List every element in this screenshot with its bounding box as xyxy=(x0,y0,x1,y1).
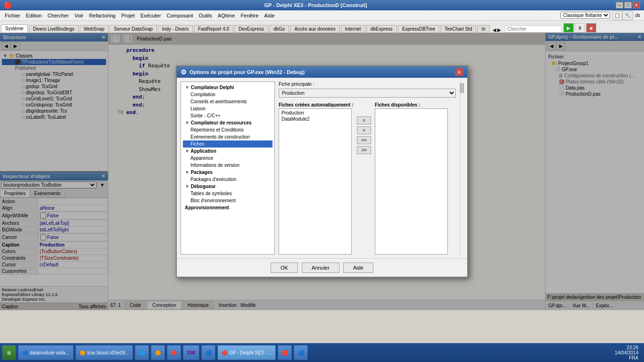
taskbar-label-2: true.blood.s05e09... xyxy=(87,350,129,355)
taskbar-item-datamodule[interactable]: 🔵 datamodule viola... xyxy=(18,345,74,360)
dialog-tree-fiches[interactable]: Fiches xyxy=(183,140,272,148)
search-input[interactable] xyxy=(505,25,561,33)
taskbar-item-red[interactable]: 🔴 xyxy=(167,345,181,360)
dialog-tree-liaison[interactable]: Liaison xyxy=(183,105,272,112)
clock-lang: FRA xyxy=(615,355,638,361)
main-form-dropdown[interactable]: Production xyxy=(279,89,456,98)
component-tab-bar: Système Divers LiveBindings WebSnap Serv… xyxy=(0,21,644,33)
dialog-tree-packages-execution[interactable]: Packages d'exécution xyxy=(183,176,272,183)
taskbar-item-chrome[interactable]: 🌐 xyxy=(135,345,149,360)
dialog-tree-repertoires[interactable]: Répertoires et Conditions xyxy=(183,126,272,133)
dialog-arrows: < > << >> xyxy=(357,102,371,154)
tab-datasnap[interactable]: Serveur DataSnap xyxy=(109,25,157,33)
dialog-tree-packages[interactable]: ▼ Packages xyxy=(183,169,272,176)
tab-websnap[interactable]: WebSnap xyxy=(80,25,109,33)
dialog-scrollbar[interactable] xyxy=(460,82,463,255)
menu-projet[interactable]: Projet xyxy=(118,12,138,19)
auto-list-production[interactable]: Production xyxy=(280,110,350,116)
menu-fichier[interactable]: Fichier xyxy=(2,12,23,19)
tab-fastreport[interactable]: FastReport 4.0 xyxy=(194,25,233,33)
menu-aqtime[interactable]: AQtime xyxy=(215,12,238,19)
ds-label: ds xyxy=(635,13,640,18)
menu-outils[interactable]: Outils xyxy=(196,12,215,19)
layout-dropdown[interactable]: Classique flottante xyxy=(561,12,610,19)
dialog-tree-application[interactable]: ▼ Application xyxy=(183,148,272,155)
run-btn[interactable]: ▶ xyxy=(563,23,574,33)
dialog-tree-conseils[interactable]: Conseils et avertissements xyxy=(183,98,272,105)
taskbar-icon-7: 🟦 xyxy=(206,350,211,355)
dialog-tree-compilateur-ressources[interactable]: ▼ Compilateur de ressources xyxy=(183,119,272,126)
tab-expressdbtree[interactable]: ExpressDBTree xyxy=(398,25,439,33)
start-btn[interactable]: ⊞ xyxy=(2,345,16,360)
toolbar-btn2[interactable]: 🔧 xyxy=(622,11,633,20)
dialog-close-btn[interactable]: ✕ xyxy=(455,68,463,76)
tab-prev-btn[interactable]: ◀ xyxy=(493,27,496,33)
taskbar-item-calc[interactable]: 🟦 xyxy=(201,345,215,360)
scrollbar-thumb[interactable] xyxy=(460,83,464,93)
tab-systeme[interactable]: Système xyxy=(1,25,28,33)
dialog-title-bar: ⚙ Options de projet pour GP.exe (Win32 -… xyxy=(177,66,467,78)
title-bar-controls: ─ □ ✕ xyxy=(616,2,640,8)
dialog-tree-evenements[interactable]: Evénements de construction xyxy=(183,133,272,140)
tab-internet[interactable]: Internet xyxy=(341,25,365,33)
auto-created-list[interactable]: Production DataModule2 xyxy=(279,108,352,255)
tab-teechart[interactable]: TeeChart Std xyxy=(440,25,476,33)
move-left-btn[interactable]: < xyxy=(357,116,371,124)
move-right-btn[interactable]: > xyxy=(357,126,371,134)
taskbar-icon-4: 🟠 xyxy=(155,350,161,355)
taskbar-icon-8: 🔴 xyxy=(222,350,227,355)
tab-dbexpress[interactable]: dbExpress xyxy=(366,25,397,33)
dialog-tree-apparence[interactable]: Apparence xyxy=(183,155,272,162)
stop-btn[interactable]: ■ xyxy=(586,23,596,33)
dialog-cancel-btn[interactable]: Annuler xyxy=(302,263,339,273)
taskbar-item-delphi[interactable]: 🔴 GP - Delphi XE3 - ... xyxy=(217,345,276,360)
dialog-tree-approvisionnement[interactable]: Approvisionnement xyxy=(183,204,272,211)
available-section: Fiches disponibles : xyxy=(375,102,448,255)
auto-created-header: Fiches créées automatiquement : xyxy=(279,102,353,107)
auto-list-datamodule2[interactable]: DataModule2 xyxy=(280,116,350,122)
dialog-tree-infos-version[interactable]: Informations de version xyxy=(183,162,272,169)
taskbar-label-8: GP - Delphi XE3 - ... xyxy=(229,350,272,355)
dialog-ok-btn[interactable]: OK xyxy=(271,263,298,273)
menu-executer[interactable]: Exécuter xyxy=(138,12,164,19)
menu-refactoring[interactable]: Refactoring xyxy=(86,12,118,19)
dialog-tree-debogueur[interactable]: ▼ Débogueur xyxy=(183,183,272,190)
dialog-tree-sortie[interactable]: Sortie - C/C++ xyxy=(183,112,272,119)
menu-edition[interactable]: Edition xyxy=(23,12,45,19)
toolbar-btn1[interactable]: 📋 xyxy=(612,11,622,20)
tab-dbgo[interactable]: dbGo xyxy=(269,25,289,33)
tab-next-btn[interactable]: ▶ xyxy=(497,27,501,33)
dialog-footer: OK Annuler Aide xyxy=(177,258,467,277)
menu-voir[interactable]: Voir xyxy=(72,12,86,19)
dialog-tree-tables-symboles[interactable]: Tables de symboles xyxy=(183,190,272,197)
dialog-tree-compilateur-delphi[interactable]: ▼ Compilateur Delphi xyxy=(183,84,272,91)
taskbar-item-trueblood[interactable]: 🟠 true.blood.s05e09... xyxy=(75,345,133,360)
dialog-content: Fiche principale : Production Fiches cré… xyxy=(279,82,456,255)
taskbar-item-game[interactable]: 🟥 xyxy=(278,345,292,360)
tab-acces[interactable]: Accès aux données xyxy=(290,25,339,33)
minimize-btn[interactable]: ─ xyxy=(616,2,623,8)
menu-fenetre[interactable]: Fenêtre xyxy=(238,12,261,19)
move-all-left-btn[interactable]: << xyxy=(357,136,371,144)
dialog-tree-compilation[interactable]: Compilation xyxy=(183,91,272,98)
taskbar-item-dw[interactable]: DW xyxy=(183,345,199,360)
tab-devexpress[interactable]: DevExpress xyxy=(234,25,268,33)
move-all-right-btn[interactable]: >> xyxy=(357,146,371,154)
tab-indy[interactable]: Indy - Divers xyxy=(158,25,193,33)
dialog-help-btn[interactable]: Aide xyxy=(343,263,373,273)
tab-in[interactable]: In xyxy=(477,25,489,33)
main-form-label: Fiche principale : xyxy=(279,82,456,87)
tab-livebindings[interactable]: Divers LiveBindings xyxy=(29,25,79,33)
dialog-tree-bloc-environnement[interactable]: Bloc d'environnement xyxy=(183,197,272,204)
menu-bar: Fichier Edition Chercher Voir Refactorin… xyxy=(0,10,644,21)
menu-aide[interactable]: Aide xyxy=(261,12,277,19)
dialog-title-text: Options de projet pour GP.exe (Win32 - D… xyxy=(190,69,452,75)
taskbar-item-torrent[interactable]: 🟠 xyxy=(151,345,165,360)
pause-btn[interactable]: ⏸ xyxy=(575,23,585,33)
available-list[interactable] xyxy=(375,108,448,255)
menu-composant[interactable]: Composant xyxy=(164,12,196,19)
menu-chercher[interactable]: Chercher xyxy=(45,12,72,19)
close-btn[interactable]: ✕ xyxy=(633,2,640,8)
taskbar-item-vs[interactable]: 🟦 xyxy=(294,345,308,360)
maximize-btn[interactable]: □ xyxy=(624,2,632,8)
